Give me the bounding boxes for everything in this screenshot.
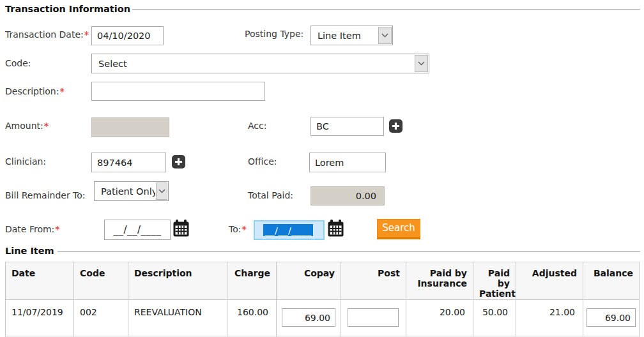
office-label: Office: [248,156,277,167]
column-header-date: Date [6,262,74,300]
plus-icon [172,155,185,168]
clinician-add-button[interactable] [172,155,185,168]
required-marker: * [55,224,59,234]
chevron-down-icon [378,27,392,44]
column-header-copay: Copay [277,262,341,300]
section-divider [57,251,640,252]
office-input[interactable] [309,153,386,172]
total-paid-input: 0.00 [310,186,385,206]
posting-type-select[interactable]: Line Item [310,26,393,45]
search-button[interactable]: Search [377,219,420,239]
posting-type-label: Posting Type: [245,29,303,39]
total-paid-label: Total Paid: [248,190,293,200]
cell-post [341,300,406,336]
chevron-down-icon [415,55,428,72]
to-input[interactable]: __/__/____ [254,220,325,240]
column-header-paid-by-patient: Paid by Patient [473,262,516,300]
transaction-date-input[interactable] [91,26,164,45]
amount-input [91,117,169,137]
cell-date: 11/07/2019 [6,300,74,336]
column-header-adjusted: Adjusted [516,262,583,300]
date-from-label: Date From:* [5,224,60,234]
cell-charge: 160.00 [227,300,277,336]
plus-icon [389,119,402,133]
clinician-label: Clinician: [5,156,46,167]
posting-type-value: Line Item [311,26,378,45]
acc-add-button[interactable] [389,119,402,133]
description-label: Description:* [5,86,65,96]
column-header-balance: Balance [583,262,640,300]
transaction-date-label: Transaction Date:* [5,29,89,40]
column-header-charge: Charge [227,262,277,300]
to-input-selected-text: __/__/____ [263,224,313,236]
table-header-row: Date Code Description Charge Copay Post … [6,262,640,300]
transaction-information-title: Transaction Information [5,4,130,14]
bill-remainder-to-value: Patient Only [95,182,155,200]
date-from-input[interactable] [104,220,171,240]
bill-remainder-to-label: Bill Remainder To: [5,190,86,200]
column-header-post: Post [341,262,406,300]
code-label: Code: [5,58,31,68]
column-header-paid-by-insurance: Paid by Insurance [406,262,473,300]
acc-input[interactable] [310,117,384,136]
chevron-down-icon [156,183,167,200]
cell-paid-by-patient: 50.00 [473,300,516,336]
cell-description: REEVALUATION [128,300,227,336]
column-header-code: Code [74,262,128,300]
date-from-calendar-icon[interactable] [173,220,189,237]
bill-remainder-to-select[interactable]: Patient Only [94,181,169,201]
transaction-form: Transaction Information Transaction Date… [0,0,644,337]
acc-label: Acc: [248,121,266,131]
required-marker: * [241,224,246,234]
balance-input[interactable] [586,308,636,327]
cell-copay [277,300,341,336]
required-marker: * [59,86,64,96]
post-input[interactable] [348,308,399,327]
amount-label: Amount:* [5,121,49,131]
required-marker: * [84,29,89,40]
line-item-title: Line Item [5,246,54,256]
cell-paid-by-insurance: 20.00 [406,300,473,336]
copay-input[interactable] [282,308,335,327]
table-row: 11/07/2019 002 REEVALUATION 160.00 20.00… [6,300,640,336]
to-label: To:* [229,224,247,234]
cell-balance [583,300,640,336]
total-paid-value: 0.00 [356,191,376,201]
to-calendar-icon[interactable] [328,220,344,237]
clinician-input[interactable] [91,153,166,172]
cell-code: 002 [74,300,128,336]
code-value: Select [92,54,414,73]
section-divider [132,9,640,10]
cell-adjusted: 21.00 [516,300,583,336]
code-select[interactable]: Select [91,54,429,73]
column-header-description: Description [128,262,227,300]
description-input[interactable] [91,82,265,101]
line-item-table: Date Code Description Charge Copay Post … [5,262,640,337]
required-marker: * [44,121,49,131]
